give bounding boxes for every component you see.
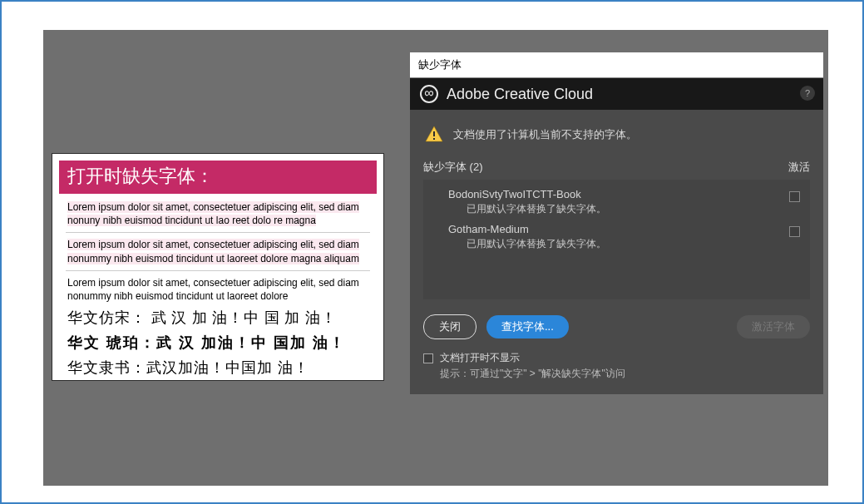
font-name-label: BodoniSvtyTwoITCTT-Book <box>448 188 802 200</box>
alert-message: 文档使用了计算机当前不支持的字体。 <box>453 127 637 142</box>
activate-font-checkbox[interactable] <box>789 191 800 202</box>
document-paragraph: Lorem ipsum dolor sit amet, consectetuer… <box>67 276 368 303</box>
dialog-button-row: 关闭 查找字体... 激活字体 <box>423 314 810 339</box>
dialog-brand-bar: Adobe Creative Cloud ? <box>410 78 823 110</box>
svg-rect-0 <box>433 131 435 136</box>
font-status-label: 已用默认字体替换了缺失字体。 <box>467 202 802 216</box>
divider <box>66 270 370 271</box>
document-cjk-line: 华文 琥珀：武 汉 加油！中 国加 油！ <box>67 333 368 353</box>
missing-fonts-list: BodoniSvtyTwoITCTT-Book 已用默认字体替换了缺失字体。 G… <box>423 180 810 299</box>
font-list-header: 缺少字体 (2) 激活 <box>423 160 810 175</box>
activate-font-checkbox[interactable] <box>789 226 800 237</box>
missing-fonts-dialog: 缺少字体 Adobe Creative Cloud ? 文档使用了计算机当前不支… <box>410 52 823 394</box>
document-paragraph: Lorem ipsum dolor sit amet, consectetuer… <box>67 238 368 264</box>
footer-hint: 提示：可通过"文字" > "解决缺失字体"访问 <box>440 367 810 381</box>
creative-cloud-icon <box>420 85 438 103</box>
document-cjk-line: 华文仿宋： 武 汉 加 油！中 国 加 油！ <box>67 308 368 328</box>
font-status-label: 已用默认字体替换了缺失字体。 <box>467 237 802 251</box>
dont-show-checkbox[interactable] <box>423 353 433 363</box>
font-list-item: BodoniSvtyTwoITCTT-Book 已用默认字体替换了缺失字体。 <box>423 183 810 218</box>
font-list-item: Gotham-Medium 已用默认字体替换了缺失字体。 <box>423 218 810 253</box>
find-fonts-button[interactable]: 查找字体... <box>486 315 569 338</box>
brand-label: Adobe Creative Cloud <box>447 86 593 103</box>
warning-icon <box>423 125 445 145</box>
missing-fonts-count-label: 缺少字体 (2) <box>423 160 483 175</box>
activate-column-label: 激活 <box>788 160 810 175</box>
help-icon[interactable]: ? <box>800 86 815 101</box>
dont-show-label: 文档打开时不显示 <box>440 351 520 365</box>
document-cjk-line: 华文隶书：武汉加油！中国加 油！ <box>67 358 368 378</box>
dialog-title: 缺少字体 <box>410 52 823 78</box>
activate-fonts-button: 激活字体 <box>737 315 810 338</box>
svg-rect-1 <box>433 138 435 140</box>
document-title-bar: 打开时缺失字体： <box>59 161 377 194</box>
divider <box>66 232 370 233</box>
alert-row: 文档使用了计算机当前不支持的字体。 <box>423 125 810 145</box>
document-paragraph: Lorem ipsum dolor sit amet, consectetuer… <box>67 200 368 227</box>
dialog-footer: 文档打开时不显示 提示：可通过"文字" > "解决缺失字体"访问 <box>423 351 810 381</box>
close-button[interactable]: 关闭 <box>423 314 476 339</box>
font-name-label: Gotham-Medium <box>448 223 802 235</box>
document-preview: 打开时缺失字体： Lorem ipsum dolor sit amet, con… <box>52 153 384 381</box>
dialog-body: 文档使用了计算机当前不支持的字体。 缺少字体 (2) 激活 BodoniSvty… <box>410 110 823 394</box>
app-canvas: 打开时缺失字体： Lorem ipsum dolor sit amet, con… <box>43 30 828 486</box>
